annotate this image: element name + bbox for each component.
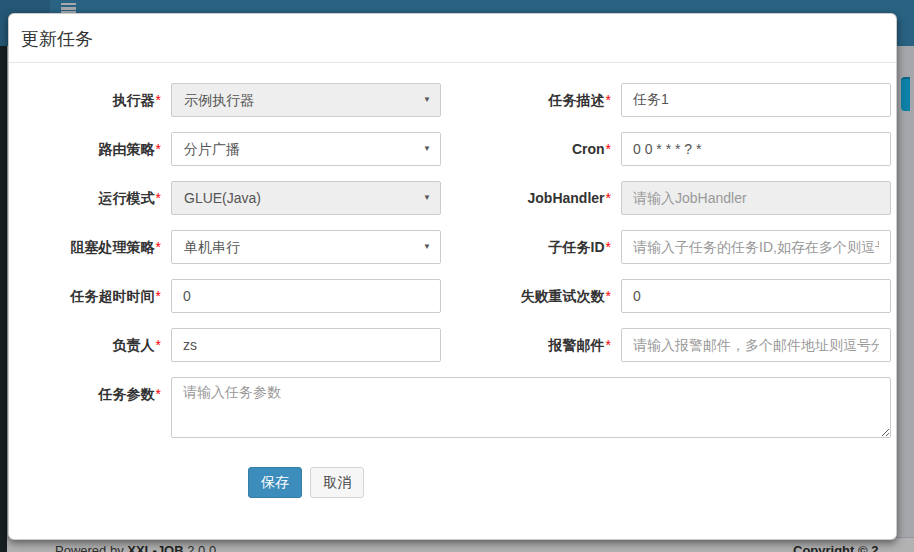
alarm-email-input[interactable] (621, 328, 891, 362)
cancel-button[interactable]: 取消 (310, 467, 364, 498)
required-asterisk: * (156, 337, 161, 353)
modal-title: 更新任务 (21, 28, 884, 50)
required-asterisk: * (156, 288, 161, 304)
required-asterisk: * (606, 337, 611, 353)
update-job-modal: 更新任务 执行器* 示例执行器 ▼ 任务描述* 路由策略* 分片广播 ▼ (8, 13, 897, 540)
block-strategy-select-value: 单机串行 (184, 239, 240, 255)
jobhandler-input[interactable] (621, 181, 891, 215)
modal-header: 更新任务 (9, 14, 896, 63)
timeout-input[interactable] (171, 279, 441, 313)
job-desc-label: 任务描述* (441, 83, 611, 117)
required-asterisk: * (606, 141, 611, 157)
route-strategy-select[interactable]: 分片广播 ▼ (171, 132, 441, 166)
author-input[interactable] (171, 328, 441, 362)
executor-label: 执行器* (25, 83, 161, 117)
required-asterisk: * (606, 288, 611, 304)
required-asterisk: * (606, 239, 611, 255)
chevron-down-icon: ▼ (423, 181, 431, 215)
required-asterisk: * (156, 92, 161, 108)
required-asterisk: * (606, 92, 611, 108)
modal-body: 执行器* 示例执行器 ▼ 任务描述* 路由策略* 分片广播 ▼ Cron* (9, 63, 896, 498)
required-asterisk: * (156, 386, 161, 402)
required-asterisk: * (156, 239, 161, 255)
executor-select[interactable]: 示例执行器 ▼ (171, 83, 441, 117)
fail-retry-label: 失败重试次数* (441, 279, 611, 313)
route-strategy-select-value: 分片广播 (184, 141, 240, 157)
chevron-down-icon: ▼ (423, 230, 431, 264)
required-asterisk: * (156, 190, 161, 206)
job-param-textarea[interactable] (171, 377, 891, 438)
block-strategy-label: 阻塞处理策略* (25, 230, 161, 264)
fail-retry-input[interactable] (621, 279, 891, 313)
cron-label: Cron* (441, 132, 611, 166)
cron-input[interactable] (621, 132, 891, 166)
block-strategy-select[interactable]: 单机串行 ▼ (171, 230, 441, 264)
glue-type-select[interactable]: GLUE(Java) ▼ (171, 181, 441, 215)
child-jobid-label: 子任务ID* (441, 230, 611, 264)
glue-type-select-value: GLUE(Java) (184, 190, 261, 206)
chevron-down-icon: ▼ (423, 83, 431, 117)
job-desc-input[interactable] (621, 83, 891, 117)
timeout-label: 任务超时时间* (25, 279, 161, 313)
child-jobid-input[interactable] (621, 230, 891, 264)
alarm-email-label: 报警邮件* (441, 328, 611, 362)
required-asterisk: * (156, 141, 161, 157)
executor-select-value: 示例执行器 (184, 92, 254, 108)
required-asterisk: * (606, 190, 611, 206)
jobhandler-label: JobHandler* (441, 181, 611, 215)
glue-type-label: 运行模式* (25, 181, 161, 215)
job-param-label: 任务参数* (25, 377, 161, 438)
save-button[interactable]: 保存 (248, 467, 302, 498)
author-label: 负责人* (25, 328, 161, 362)
route-strategy-label: 路由策略* (25, 132, 161, 166)
chevron-down-icon: ▼ (423, 132, 431, 166)
